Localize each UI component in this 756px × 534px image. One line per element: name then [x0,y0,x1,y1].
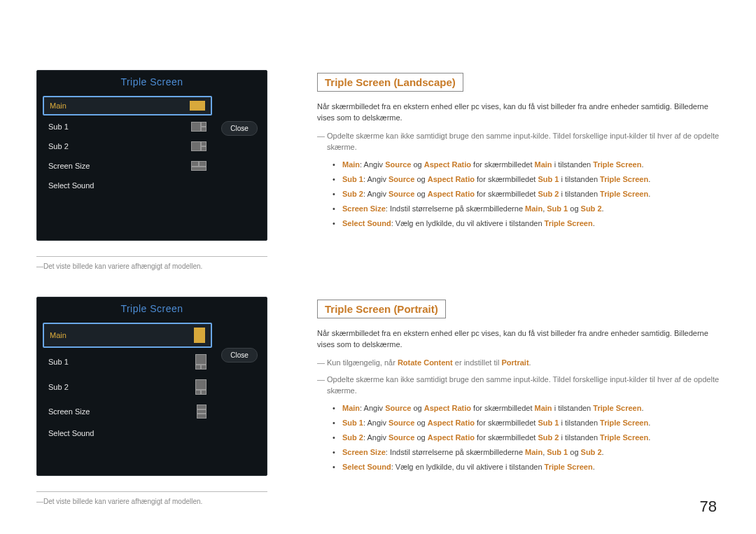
bullet-sub1: Sub 1: Angiv Source og Aspect Ratio for … [342,417,722,429]
bullet-sub2: Sub 2: Angiv Source og Aspect Ratio for … [342,432,722,444]
divider [36,256,267,257]
menu-label: Sub 1 [48,358,69,366]
bullet-screen-size: Screen Size: Indstil størrelserne på skæ… [342,447,722,458]
note-text: Opdelte skærme kan ikke samtidigt bruge … [327,374,722,397]
bullet-list: Main: Angiv Source og Aspect Ratio for s… [317,402,722,473]
close-button[interactable]: Close [221,348,258,363]
section-title-portrait: Triple Screen (Portrait) [317,300,446,318]
bullet-sub1: Sub 1: Angiv Source og Aspect Ratio for … [342,174,722,185]
layout-main-icon [190,101,205,111]
menu-label: Main [50,331,66,339]
menu-label: Sub 2 [48,383,69,391]
menu-label: Screen Size [48,162,90,170]
intro-text: Når skærmbilledet fra en ekstern enhed e… [317,328,722,351]
menu-select-sound[interactable]: Select Sound [43,177,212,194]
section-title-landscape: Triple Screen (Landscape) [317,73,463,92]
bullet-screen-size: Screen Size: Indstil størrelserne på skæ… [342,203,722,215]
menu-sub1[interactable]: Sub 1 [43,351,212,373]
note-text: Opdelte skærme kan ikke samtidigt bruge … [327,131,722,153]
menu-screen-size[interactable]: Screen Size [43,157,212,174]
menu-sub1[interactable]: Sub 1 [43,118,212,135]
bullet-list: Main: Angiv Source og Aspect Ratio for s… [317,159,722,230]
layout-sub2-portrait-icon [195,379,206,395]
menu-main[interactable]: Main [43,96,212,115]
triple-screen-panel-landscape: Triple Screen Main Sub 1 Sub 2 [36,70,267,241]
availability-note: Kun tilgængelig, når Rotate Content er i… [327,358,722,369]
select-sound-icon [191,181,206,190]
intro-text: Når skærmbilledet fra en ekstern enhed e… [317,101,722,124]
menu-select-sound[interactable]: Select Sound [43,425,212,442]
select-sound-icon [191,428,206,438]
bullet-select-sound: Select Sound: Vælg en lydkilde, du vil a… [342,218,722,230]
caption: Det viste billede kan variere afhængigt … [36,498,289,505]
screen-size-portrait-icon [197,405,206,419]
close-button[interactable]: Close [221,121,258,136]
triple-screen-panel-portrait: Triple Screen Main Sub 1 Sub 2 [36,297,267,476]
menu-label: Main [50,101,66,110]
panel-title: Triple Screen [37,297,267,320]
layout-sub2-icon [191,141,206,151]
layout-sub1-portrait-icon [195,354,206,370]
menu-sub2[interactable]: Sub 2 [43,138,212,155]
caption: Det viste billede kan variere afhængigt … [36,262,289,270]
panel-title: Triple Screen [37,71,267,93]
layout-sub1-icon [191,122,206,132]
menu-list: Main Sub 1 Sub 2 Screen Size [43,323,212,442]
menu-screen-size[interactable]: Screen Size [43,401,212,422]
bullet-select-sound: Select Sound: Vælg en lydkilde, du vil a… [342,461,722,473]
bullet-main: Main: Angiv Source og Aspect Ratio for s… [342,402,722,414]
menu-label: Screen Size [48,407,90,416]
menu-sub2[interactable]: Sub 2 [43,376,212,398]
page-number: 78 [700,498,717,516]
bullet-main: Main: Angiv Source og Aspect Ratio for s… [342,159,722,171]
layout-main-portrait-icon [194,328,205,343]
menu-label: Sub 2 [48,142,69,150]
menu-list: Main Sub 1 Sub 2 Screen Size [43,96,212,194]
menu-label: Sub 1 [48,122,69,131]
screen-size-icon [191,161,206,171]
divider [36,491,267,492]
menu-label: Select Sound [48,429,94,437]
bullet-sub2: Sub 2: Angiv Source og Aspect Ratio for … [342,188,722,200]
menu-main[interactable]: Main [43,323,212,348]
menu-label: Select Sound [48,181,94,190]
